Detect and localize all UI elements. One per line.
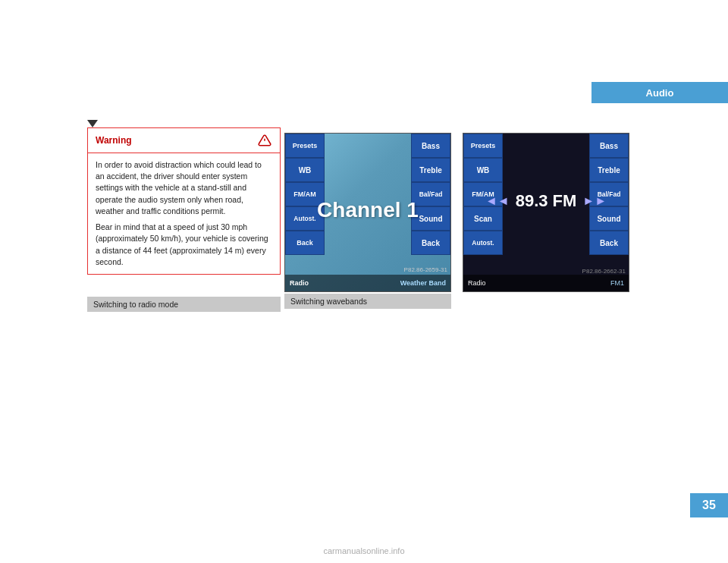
warning-icon bbox=[257, 133, 272, 148]
screen2-bottom-left: Radio bbox=[468, 279, 486, 287]
screen1-bottom-right: Weather Band bbox=[400, 279, 446, 287]
screen1-bottom-bar: Radio Weather Band bbox=[285, 275, 450, 291]
watermark: carmanualsonline.info bbox=[0, 546, 728, 555]
audio-tab: Audio bbox=[592, 82, 728, 103]
warning-paragraph-2: Bear in mind that at a speed of just 30 … bbox=[96, 222, 272, 268]
screen1-btn-back[interactable]: Back bbox=[411, 231, 450, 255]
screen2-radio-display: Presets WB FM/AM Scan Autost. Bass Trebl… bbox=[463, 133, 629, 292]
page-number-badge: 35 bbox=[690, 493, 728, 517]
warning-title: Warning bbox=[96, 135, 132, 146]
caption-switching-radio-text: Switching to radio mode bbox=[93, 300, 178, 309]
screen1-code: P82.86-2659-31 bbox=[404, 266, 447, 273]
screen2-code: P82.86-2662-31 bbox=[582, 268, 626, 275]
screen2-arrow-right: ►► bbox=[582, 194, 607, 208]
caption-switching-wavebands-text: Switching wavebands bbox=[290, 297, 367, 306]
screen2-freq-row: ◄◄ 89.3 FM ►► bbox=[485, 191, 607, 211]
warning-header: Warning bbox=[88, 128, 280, 153]
warning-body: In order to avoid distraction which coul… bbox=[88, 153, 280, 274]
screen1-left-buttons: Presets WB FM/AM Autost. Back bbox=[285, 134, 325, 255]
screen2-btn-autost[interactable]: Autost. bbox=[463, 231, 503, 255]
caption-switching-wavebands: Switching wavebands bbox=[284, 294, 451, 309]
screen2-btn-wb[interactable]: WB bbox=[463, 158, 503, 182]
screen2-bottom-right: FM1 bbox=[610, 279, 624, 287]
screen2-frequency: 89.3 FM bbox=[516, 191, 577, 211]
page-number-text: 35 bbox=[702, 499, 716, 512]
screen1-right-buttons: Bass Treble Bal/Fad Sound Back bbox=[411, 134, 450, 255]
warning-paragraph-1: In order to avoid distraction which coul… bbox=[96, 159, 272, 217]
screen2-center: ◄◄ 89.3 FM ►► bbox=[503, 134, 589, 269]
caption-switching-radio: Switching to radio mode bbox=[87, 297, 281, 312]
screen1-radio-display: Presets WB FM/AM Autost. Back Bass Trebl… bbox=[284, 133, 451, 292]
screen1-channel-text: Channel 1 bbox=[317, 198, 419, 222]
screen1-btn-back-l[interactable]: Back bbox=[285, 231, 325, 255]
section-marker bbox=[87, 120, 98, 127]
screen2-btn-presets[interactable]: Presets bbox=[463, 134, 503, 158]
screen1-btn-bass[interactable]: Bass bbox=[411, 134, 450, 158]
screen1-btn-wb[interactable]: WB bbox=[285, 158, 325, 182]
screen2-bottom-bar: Radio FM1 bbox=[463, 275, 629, 291]
screen2-btn-back[interactable]: Back bbox=[589, 231, 629, 255]
warning-box: Warning In order to avoid distraction wh… bbox=[87, 127, 281, 275]
screen2-btn-bass[interactable]: Bass bbox=[589, 134, 629, 158]
audio-tab-label: Audio bbox=[646, 87, 674, 99]
screen2-arrow-left: ◄◄ bbox=[485, 194, 510, 208]
screen1-btn-treble[interactable]: Treble bbox=[411, 158, 450, 182]
screen1-bottom-left: Radio bbox=[290, 279, 309, 287]
screen1-btn-presets[interactable]: Presets bbox=[285, 134, 325, 158]
screen2-btn-treble[interactable]: Treble bbox=[589, 158, 629, 182]
